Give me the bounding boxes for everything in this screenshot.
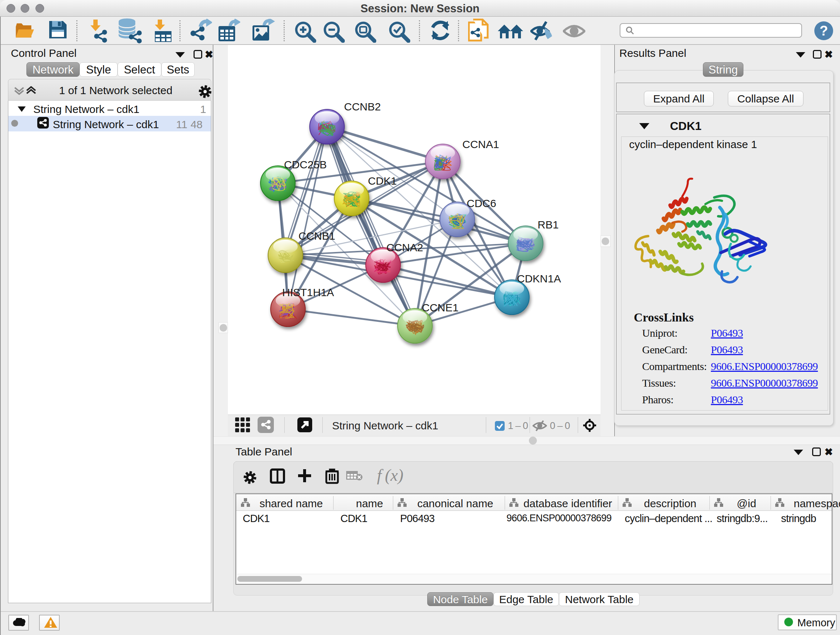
- svg-text:CDKN1A: CDKN1A: [517, 272, 561, 285]
- svg-text:CCNB2: CCNB2: [344, 101, 381, 112]
- svg-text:CDC6: CDC6: [467, 197, 496, 209]
- svg-text:CCNA2: CCNA2: [386, 241, 423, 253]
- svg-text:HIST1H1A: HIST1H1A: [282, 287, 334, 298]
- svg-text:RB1: RB1: [538, 219, 559, 231]
- svg-text:CCNE1: CCNE1: [422, 302, 459, 314]
- svg-text:CDK1: CDK1: [368, 175, 397, 187]
- svg-text:CCNB1: CCNB1: [298, 230, 335, 242]
- svg-text:CCNA1: CCNA1: [462, 138, 499, 150]
- svg-text:CDC25B: CDC25B: [284, 158, 327, 171]
